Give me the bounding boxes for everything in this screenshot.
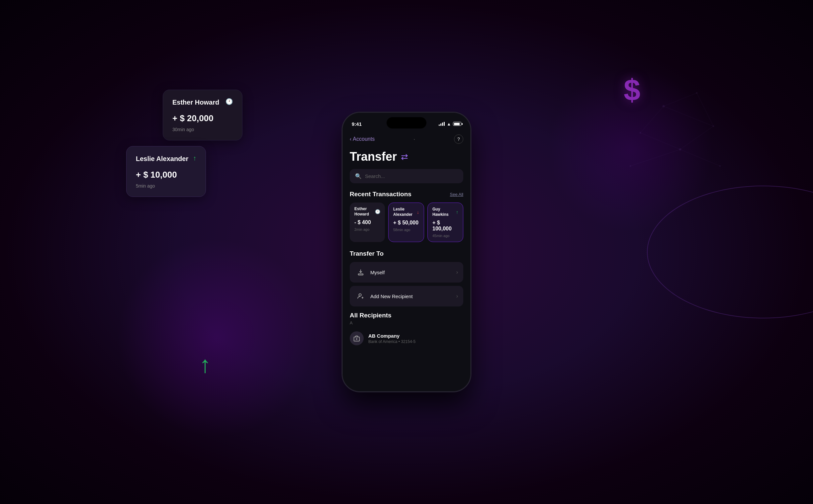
all-recipients-section: All Recipients [350,312,463,319]
txn-3-time: 45min ago [432,234,458,238]
status-icons: ▲ [439,122,461,126]
txn-3-name: Guy Hawkins [432,207,456,217]
dollar-sign-icon: $ [624,73,640,107]
transfer-to-title: Transfer To [350,250,384,257]
svg-line-10 [697,93,713,126]
svg-line-7 [664,93,697,106]
transfer-swap-icon[interactable]: ⇄ [401,152,408,162]
recipient-ab-avatar [350,331,364,345]
float-card-2-time: 5min ago [136,183,196,189]
transactions-row: Esther Howard 🕐 - $ 400 2min ago Leslie … [350,203,463,242]
bg-glow-left [116,238,316,438]
txn-2-time: 58min ago [393,228,419,232]
dynamic-island [387,117,426,128]
search-input[interactable]: Search... [365,173,385,179]
svg-line-8 [640,106,664,133]
float-card-2-amount: + $ 10,000 [136,170,196,180]
arrow-up-float-icon: ↑ [199,351,211,378]
signal-bars-icon [439,122,445,126]
nav-bar: ‹ Accounts • ? [350,130,463,146]
txn-2-arrow-icon: ↓ [417,210,419,215]
recipient-ab-name: AB Company [368,333,415,339]
nav-back-label: Accounts [353,136,375,142]
txn-1-time: 2min ago [354,227,380,231]
myself-chevron-icon: › [456,269,458,275]
bg-curve [647,186,813,318]
txn-2-name: Leslie Alexander [393,207,417,217]
add-recipient-icon [355,291,366,302]
txn-1-name: Esther Howard [354,207,375,217]
nav-help-button[interactable]: ? [454,134,463,144]
txn-3-amount: + $ 100,000 [432,220,458,232]
nav-dot: • [414,138,415,141]
float-card-1-clock-icon: 🕐 [226,98,233,105]
status-time: 9:41 [352,121,362,127]
recent-transactions-header: Recent Transactions See All [350,191,463,198]
txn-card-esther[interactable]: Esther Howard 🕐 - $ 400 2min ago [350,203,385,242]
float-card-leslie: Leslie Alexander ↑ + $ 10,000 5min ago [126,146,206,197]
phone-content[interactable]: ‹ Accounts • ? Transfer ⇄ 🔍 Search... Re… [342,130,471,391]
float-card-esther: Esther Howard 🕐 + $ 20,000 30min ago [163,90,242,140]
txn-card-guy[interactable]: Guy Hawkins ↑ + $ 100,000 45min ago [427,203,463,242]
transfer-title-row: Transfer ⇄ [350,150,463,164]
svg-line-11 [640,133,680,149]
svg-line-12 [680,126,713,149]
add-recipient-chevron-icon: › [456,293,458,299]
battery-icon [453,122,461,126]
add-recipient-option[interactable]: Add New Recipient › [350,286,463,306]
recent-transactions-title: Recent Transactions [350,191,411,198]
float-card-1-name: Esther Howard [172,98,219,107]
myself-icon [355,267,366,278]
svg-line-14 [680,149,720,166]
svg-line-9 [664,106,713,126]
svg-rect-15 [358,274,363,275]
float-card-1-time: 30min ago [172,127,233,132]
help-icon: ? [457,136,460,142]
txn-2-amount: + $ 50,000 [393,220,419,226]
float-card-2-arrow-icon: ↑ [193,154,196,162]
see-all-button[interactable]: See All [450,192,463,197]
svg-line-13 [630,149,680,166]
transfer-to-header: Transfer To [350,250,463,257]
float-card-1-amount: + $ 20,000 [172,113,233,124]
myself-option[interactable]: Myself › [350,262,463,283]
recipient-ab-company[interactable]: AB Company Bank of America • 32154-5 [350,329,463,348]
wifi-icon: ▲ [447,122,451,126]
search-icon: 🔍 [355,173,362,179]
page-title: Transfer [350,150,397,164]
myself-label: Myself [370,270,385,275]
back-chevron-icon: ‹ [350,136,351,142]
all-recipients-title: All Recipients [350,312,392,319]
txn-card-leslie[interactable]: Leslie Alexander ↓ + $ 50,000 58min ago [388,203,424,242]
nav-back-button[interactable]: ‹ Accounts [350,136,375,142]
txn-3-arrow-icon: ↑ [456,210,458,215]
add-recipient-label: Add New Recipient [370,294,413,299]
float-card-2-name: Leslie Alexander [136,154,188,163]
txn-1-amount: - $ 400 [354,219,380,225]
svg-point-16 [359,294,361,296]
recipients-letter-a: A [350,320,463,325]
phone-frame: 9:41 ▲ ‹ Accounts • ? [342,112,471,392]
recipient-ab-info: AB Company Bank of America • 32154-5 [368,333,415,344]
recipient-ab-sub: Bank of America • 32154-5 [368,339,415,344]
search-bar[interactable]: 🔍 Search... [350,169,463,183]
bg-network [581,66,747,199]
txn-1-clock-icon: 🕐 [375,209,380,214]
